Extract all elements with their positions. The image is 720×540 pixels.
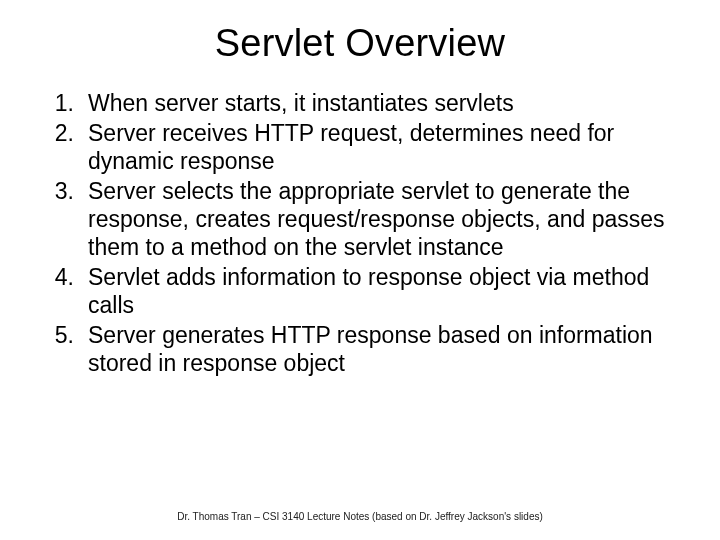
item-number: 1. [40, 89, 88, 117]
list-item: 2. Server receives HTTP request, determi… [40, 119, 680, 175]
item-number: 2. [40, 119, 88, 175]
list-item: 1. When server starts, it instantiates s… [40, 89, 680, 117]
item-text: When server starts, it instantiates serv… [88, 89, 680, 117]
list-item: 3. Server selects the appropriate servle… [40, 177, 680, 261]
item-number: 5. [40, 321, 88, 377]
list-item: 5. Server generates HTTP response based … [40, 321, 680, 377]
item-number: 4. [40, 263, 88, 319]
slide: Servlet Overview 1. When server starts, … [0, 0, 720, 540]
slide-title: Servlet Overview [40, 22, 680, 65]
item-text: Server receives HTTP request, determines… [88, 119, 680, 175]
item-text: Server generates HTTP response based on … [88, 321, 680, 377]
footer-credit: Dr. Thomas Tran – CSI 3140 Lecture Notes… [0, 511, 720, 522]
list-item: 4. Servlet adds information to response … [40, 263, 680, 319]
item-text: Server selects the appropriate servlet t… [88, 177, 680, 261]
item-number: 3. [40, 177, 88, 261]
item-text: Servlet adds information to response obj… [88, 263, 680, 319]
ordered-list: 1. When server starts, it instantiates s… [40, 89, 680, 377]
